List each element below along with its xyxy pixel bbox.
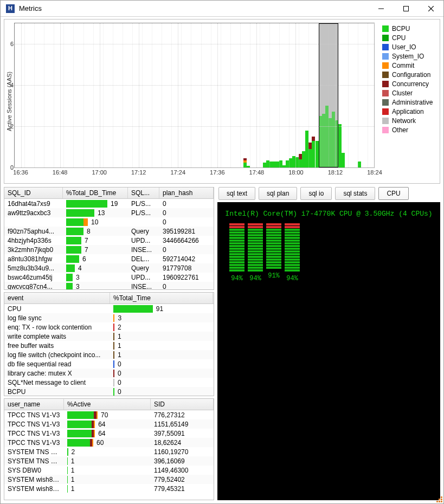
table-row[interactable]: write complete waits1 (4, 332, 214, 341)
legend-item[interactable]: Application (382, 108, 437, 115)
table-row[interactable]: enq: TX - row lock contention2 (4, 322, 214, 332)
sql-id-cell: f90zn75aphu4... (4, 228, 63, 235)
table-row[interactable]: SYSTEM wish86t...1779,52402 (4, 475, 214, 484)
cpu-core-pct: 91% (268, 272, 280, 280)
x-tick: 17:00 (92, 169, 107, 176)
plot-area[interactable]: 0246 (14, 23, 375, 168)
sql-table[interactable]: SQL_ID%Total_DB_TimeSQL...plan_hash 16dh… (4, 187, 214, 290)
sql-id-cell: 3k2zmhn7jkqb0 (4, 246, 63, 254)
column-header[interactable]: %Total_Time (110, 293, 213, 303)
legend-item[interactable]: CPU (382, 34, 437, 42)
minimize-button[interactable] (369, 1, 394, 16)
legend-item[interactable]: Cluster (382, 89, 437, 97)
legend-swatch (382, 53, 389, 60)
table-row[interactable]: 16dhat4ta7xs919PL/S...0 (4, 199, 214, 208)
user-table[interactable]: user_name%ActiveSID TPCC TNS V1-V370776,… (4, 398, 214, 500)
table-row[interactable]: log file sync3 (4, 313, 214, 322)
table-row[interactable]: db file sequential read0 (4, 359, 214, 369)
table-row[interactable]: log file switch (checkpoint inco...1 (4, 350, 214, 359)
pct-bar-cell: 0 (110, 360, 213, 368)
table-row[interactable]: a8ntu3081hfgw6DEL...592714042 (4, 254, 214, 263)
column-header[interactable]: plan_hash (159, 188, 214, 198)
pct-bar-cell: 2 (64, 448, 151, 456)
column-header[interactable]: event (4, 293, 110, 303)
x-axis: 16:3616:4817:0017:1217:2417:3617:4818:00… (14, 168, 375, 180)
table-row[interactable]: SYSTEM TNS V1-...21160,19270 (4, 447, 214, 456)
column-header[interactable]: %Active (64, 399, 151, 410)
table-row[interactable]: library cache: mutex X0 (4, 369, 214, 378)
sql-type-cell: UPD... (128, 237, 159, 244)
table-row[interactable]: SYS DBW011149,46300 (4, 466, 214, 475)
sql-id-cell: gwcvcq87cn4... (4, 283, 63, 290)
metrics-window: H Metrics Active Sessions (AAS) 0246 (0, 0, 444, 504)
table-row[interactable]: SYSTEM TNS V1-...1396,16069 (4, 456, 214, 466)
column-header[interactable]: %Total_DB_Time (63, 188, 128, 198)
legend-item[interactable]: Concurrency (382, 80, 437, 88)
table-row[interactable]: 100 (4, 217, 214, 227)
sql-id-cell: 16dhat4ta7xs9 (4, 200, 63, 208)
table-row[interactable]: BCPU0 (4, 387, 214, 396)
user-name-cell: SYSTEM wish86t... (4, 476, 64, 483)
plan-hash-cell: 592714042 (159, 255, 214, 263)
table-row[interactable]: gwcvcq87cn4...3INSE...0 (4, 282, 214, 290)
column-header[interactable]: SQL_ID (4, 188, 63, 198)
pct-bar-cell: 1 (64, 467, 151, 474)
tab-CPU[interactable]: CPU (378, 187, 408, 200)
column-header[interactable]: SID (151, 399, 214, 410)
table-row[interactable]: TPCC TNS V1-V370776,27312 (4, 410, 214, 419)
legend-item[interactable]: User_IO (382, 43, 437, 51)
event-name-cell: db file sequential read (4, 360, 110, 368)
sid-cell: 776,27312 (151, 411, 214, 419)
cpu-core-pct: 94% (286, 275, 298, 282)
column-header[interactable]: SQL... (128, 188, 159, 198)
event-table[interactable]: event%Total_Time CPU91log file sync3enq:… (4, 292, 214, 396)
legend-item[interactable]: System_IO (382, 53, 437, 60)
legend-swatch (382, 90, 389, 96)
pct-bar-cell: 91 (110, 305, 213, 313)
user-name-cell: TPCC TNS V1-V3 (4, 411, 64, 419)
table-row[interactable]: TPCC TNS V1-V36018,62624 (4, 438, 214, 447)
maximize-icon (403, 6, 409, 11)
table-row[interactable]: SQL*Net message to client0 (4, 378, 214, 387)
legend-item[interactable]: Administrative (382, 99, 437, 106)
table-row[interactable]: 5mz8u3b34u9...4Query91779708 (4, 263, 214, 273)
maximize-button[interactable] (394, 1, 419, 16)
legend-item[interactable]: BCPU (382, 25, 437, 33)
cpu-core: 94% (285, 223, 300, 282)
event-name-cell: log file switch (checkpoint inco... (4, 351, 110, 359)
table-row[interactable]: TPCC TNS V1-V364397,55091 (4, 429, 214, 438)
user-name-cell: SYSTEM TNS V1-... (4, 457, 64, 465)
table-row[interactable]: f90zn75aphu4...8Query395199281 (4, 227, 214, 236)
y-tick: 6 (10, 41, 14, 47)
table-row[interactable]: bswc46zum45tj3UPD...1960922761 (4, 273, 214, 282)
table-row[interactable]: 4hbzjyh4p336s7UPD...3446664266 (4, 236, 214, 245)
aas-chart[interactable]: Active Sessions (AAS) 0246 16:3616:4817:… (4, 19, 440, 184)
legend-swatch (382, 118, 389, 124)
table-row[interactable]: aw9ttz9acxbc313PL/S...0 (4, 208, 214, 217)
tab-sql-io[interactable]: sql io (300, 187, 332, 200)
selection-rectangle[interactable] (319, 23, 338, 167)
resize-grip[interactable] (435, 495, 442, 502)
table-row[interactable]: CPU91 (4, 304, 214, 313)
tab-sql-stats[interactable]: sql stats (335, 187, 375, 200)
sid-cell: 1149,46300 (151, 467, 214, 474)
legend-item[interactable]: Configuration (382, 71, 437, 79)
sql-type-cell: UPD... (128, 274, 159, 281)
column-header[interactable]: user_name (4, 399, 64, 410)
pct-bar-cell: 3 (63, 283, 128, 290)
table-row[interactable]: 3k2zmhn7jkqb07INSE...0 (4, 245, 214, 254)
legend-item[interactable]: Network (382, 117, 437, 125)
legend-label: Concurrency (392, 80, 429, 88)
event-name-cell: write complete waits (4, 333, 110, 340)
pct-bar-cell: 0 (110, 379, 213, 386)
table-row[interactable]: SYSTEM wish86t...1779,45321 (4, 484, 214, 493)
table-row[interactable]: free buffer waits1 (4, 341, 214, 350)
table-row[interactable]: TPCC TNS V1-V3641151,65149 (4, 419, 214, 429)
pct-bar-cell: 7 (63, 246, 128, 254)
legend-item[interactable]: Commit (382, 62, 437, 69)
legend-item[interactable]: Other (382, 126, 437, 134)
tab-sql-text[interactable]: sql text (218, 187, 255, 200)
cpu-core-pct: 94% (249, 275, 261, 282)
tab-sql-plan[interactable]: sql plan (259, 187, 297, 200)
close-button[interactable] (419, 1, 443, 16)
